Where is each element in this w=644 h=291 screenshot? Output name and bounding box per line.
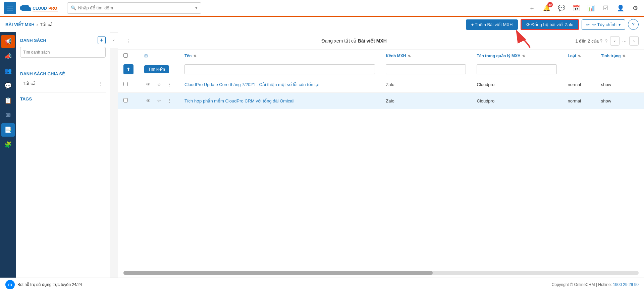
calendar-icon[interactable]: 📅 xyxy=(572,3,581,13)
search-btn-cell: Tìm kiếm xyxy=(139,62,179,77)
kenh-sort-icon: ⇅ xyxy=(408,54,411,58)
sidebar-megaphone-icon[interactable]: 📢 xyxy=(1,35,15,48)
user-icon[interactable]: 👤 xyxy=(616,3,625,13)
logo-area: CLOUD PRO xyxy=(19,3,59,13)
row-title-cell: CloudPro Update Core tháng 7/2021 - Cải … xyxy=(179,76,380,93)
hamburger-button[interactable] xyxy=(4,2,16,14)
chia-se-section-title: DANH SÁCH CHIA SẺ xyxy=(20,71,106,76)
table-row: 👁 ☆ ⋮ CloudPro Update Core tháng 7/2021 … xyxy=(118,76,644,93)
tinh-trang-column-header[interactable]: Tình trạng ⇅ xyxy=(596,50,644,62)
add-icon[interactable]: ＋ xyxy=(527,3,537,13)
row-kenh-cell: Zalo xyxy=(380,93,471,109)
ten-trang-sort-icon: ⇅ xyxy=(522,54,525,58)
breadcrumb-separator: › xyxy=(37,22,38,27)
search-input[interactable] xyxy=(78,5,195,10)
ten-trang-search-cell xyxy=(471,62,562,77)
breadcrumb-main: BÀI VIẾT MXH xyxy=(5,22,35,27)
ten-trang-search-input[interactable] xyxy=(477,64,557,74)
row-more-icon[interactable]: ⋮ xyxy=(166,80,174,88)
cloudpro-logo: CLOUD PRO xyxy=(19,3,59,13)
bot-support: m Bot hỗ trợ sử dụng trực tuyến 24/24 xyxy=(5,280,82,289)
hotline-link[interactable]: 1900 29 29 90 xyxy=(613,282,639,287)
table-row: 👁 ☆ ⋮ Tích hợp phần mềm CloudPro CRM với… xyxy=(118,93,644,109)
messenger-icon: m xyxy=(5,280,15,289)
horizontal-scrollbar[interactable] xyxy=(123,271,639,275)
global-search-bar[interactable]: 🔍 ▾ xyxy=(67,2,201,14)
table-header-row: ⊞ Tên ⇅ Kênh MXH ⇅ Tên trang quản lý MXH… xyxy=(118,50,644,62)
view-icon[interactable]: 👁 xyxy=(144,80,152,88)
chart-icon[interactable]: 📊 xyxy=(586,3,596,13)
prev-page-button[interactable]: ‹ xyxy=(610,36,620,46)
notification-icon[interactable]: 🔔 39 xyxy=(542,3,551,13)
sync-zalo-button[interactable]: ⟳ Đồng bộ bài viết Zalo xyxy=(521,19,579,30)
add-list-button[interactable]: + xyxy=(98,36,106,44)
chia-se-tat-ca-item[interactable]: Tất cả ⋮ xyxy=(20,79,106,88)
sidebar-table-icon[interactable]: 📑 xyxy=(1,123,15,137)
sidebar-users-icon[interactable]: 👥 xyxy=(1,64,15,78)
loai-column-header[interactable]: Loại ⇅ xyxy=(562,50,595,62)
ten-trang-column-header[interactable]: Tên trang quản lý MXH ⇅ xyxy=(471,50,562,62)
kenh-column-header[interactable]: Kênh MXH ⇅ xyxy=(380,50,471,62)
customize-button[interactable]: ✏ ✏ Tùy chỉnh ▾ xyxy=(582,19,625,30)
row-checkbox-cell xyxy=(118,93,139,109)
ten-search-input[interactable] xyxy=(184,64,375,74)
tasks-icon[interactable]: ☑ xyxy=(601,3,610,13)
star-icon[interactable]: ☆ xyxy=(155,97,163,105)
tags-section-title: TAGS xyxy=(20,96,106,101)
row-checkbox[interactable] xyxy=(123,98,128,102)
sidebar-envelope-icon[interactable]: ✉ xyxy=(1,108,15,122)
kenh-search-cell xyxy=(380,62,471,77)
row-checkbox[interactable] xyxy=(123,82,128,86)
content-more-options[interactable]: ⋮ xyxy=(123,36,133,46)
row-title-cell: Tích hợp phần mềm CloudPro CRM với tổng … xyxy=(179,93,380,109)
chat-icon[interactable]: 💬 xyxy=(557,3,566,13)
divider-1 xyxy=(20,67,106,67)
row-tinh-trang-cell: show xyxy=(596,93,644,109)
settings-icon[interactable]: ⚙ xyxy=(631,3,640,13)
row-loai-cell: normal xyxy=(562,93,595,109)
chevron-down-icon: ▾ xyxy=(619,22,621,27)
bottom-bar: m Bot hỗ trợ sử dụng trực tuyến 24/24 Co… xyxy=(0,278,644,291)
add-post-button[interactable]: + Thêm Bài viết MXH xyxy=(466,19,518,30)
posts-table: ⊞ Tên ⇅ Kênh MXH ⇅ Tên trang quản lý MXH… xyxy=(118,50,644,109)
grid-icon: ⊞ xyxy=(144,54,148,58)
sidebar-puzzle-icon[interactable]: 🧩 xyxy=(1,138,15,151)
upload-cell: ⬆ xyxy=(118,62,139,77)
post-title-link[interactable]: Tích hợp phần mềm CloudPro CRM với tổng … xyxy=(184,98,294,103)
row-ten-trang-cell: Cloudpro xyxy=(471,93,562,109)
kenh-search-input[interactable] xyxy=(386,64,466,74)
pagination-more[interactable]: ⋯ xyxy=(622,39,627,44)
main-area: 📢 📣 👥 💬 📋 ✉ 📑 🧩 DANH SÁCH + DANH SÁCH CH… xyxy=(0,32,644,278)
chevron-down-icon: ▾ xyxy=(195,5,198,10)
search-button[interactable]: Tìm kiếm xyxy=(144,65,169,73)
sidebar-doc-icon[interactable]: 📋 xyxy=(1,94,15,107)
content-header: ⋮ Đang xem tất cả Bài viết MXH 1 đến 2 c… xyxy=(118,32,644,50)
help-button[interactable]: ? xyxy=(628,19,639,30)
main-content: ⋮ Đang xem tất cả Bài viết MXH 1 đến 2 c… xyxy=(118,32,644,278)
upload-button[interactable]: ⬆ xyxy=(123,64,133,74)
row-ten-trang-cell: Cloudpro xyxy=(471,76,562,93)
copyright-text: Copyright © OnlineCRM | Hotline: 1900 29… xyxy=(552,282,639,287)
row-actions-cell: 👁 ☆ ⋮ xyxy=(139,76,179,93)
top-navbar: CLOUD PRO 🔍 ▾ ＋ 🔔 39 💬 📅 📊 ☑ 👤 ⚙ xyxy=(0,0,644,16)
view-icon[interactable]: 👁 xyxy=(144,97,152,105)
next-page-button[interactable]: › xyxy=(629,36,639,46)
nav-icons: ＋ 🔔 39 💬 📅 📊 ☑ 👤 ⚙ xyxy=(527,3,640,13)
post-title-link[interactable]: CloudPro Update Core tháng 7/2021 - Cải … xyxy=(184,82,319,87)
star-icon[interactable]: ☆ xyxy=(155,80,163,88)
list-search-input[interactable] xyxy=(20,47,106,58)
sidebar-chat-icon[interactable]: 💬 xyxy=(1,79,15,92)
row-more-icon[interactable]: ⋮ xyxy=(166,97,174,105)
left-icon-sidebar: 📢 📣 👥 💬 📋 ✉ 📑 🧩 xyxy=(0,32,16,278)
sub-bar: BÀI VIẾT MXH › Tất cả + Thêm Bài viết MX… xyxy=(0,16,644,32)
ten-column-header[interactable]: Tên ⇅ xyxy=(179,50,380,62)
collapse-sidebar-button[interactable]: ‹ xyxy=(110,32,118,48)
tinh-trang-search-cell xyxy=(596,62,644,77)
row-tinh-trang-cell: show xyxy=(596,76,644,93)
select-all-checkbox[interactable] xyxy=(123,53,128,58)
table-body: 👁 ☆ ⋮ CloudPro Update Core tháng 7/2021 … xyxy=(118,76,644,109)
loai-search-cell xyxy=(562,62,595,77)
sidebar-speaker-icon[interactable]: 📣 xyxy=(1,50,15,63)
divider-2 xyxy=(20,92,106,92)
grid-view-header[interactable]: ⊞ xyxy=(139,50,179,62)
